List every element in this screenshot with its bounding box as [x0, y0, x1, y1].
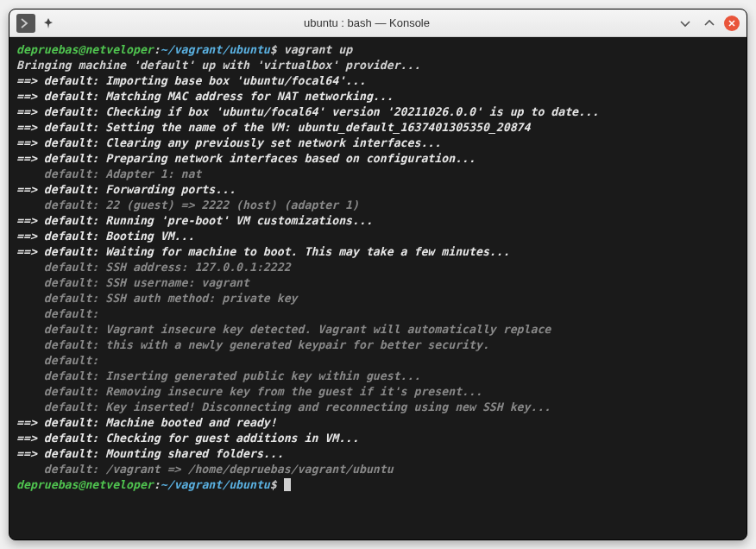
output-step: ==> default: Booting VM... — [16, 229, 740, 244]
prompt-separator: : — [154, 43, 161, 56]
minimize-button[interactable] — [676, 14, 695, 33]
output-sub: default: /vagrant => /home/depruebas/vag… — [16, 462, 740, 477]
pin-icon[interactable] — [39, 14, 58, 33]
prompt-path: ~/vagrant/ubuntu — [161, 43, 270, 56]
output-plain: Bringing machine 'default' up with 'virt… — [16, 58, 740, 73]
titlebar-left — [16, 14, 58, 33]
output-step: ==> default: Mounting shared folders... — [16, 446, 740, 462]
prompt-line: depruebas@netveloper:~/vagrant/ubuntu$ v… — [16, 42, 740, 58]
output-step: ==> default: Running 'pre-boot' VM custo… — [16, 213, 740, 229]
output-sub: default: Adapter 1: nat — [16, 167, 740, 182]
cursor — [284, 478, 291, 491]
output-step: ==> default: Preparing network interface… — [16, 151, 740, 167]
prompt-line-2: depruebas@netveloper:~/vagrant/ubuntu$ — [16, 477, 740, 493]
output-sub: default: SSH username: vagrant — [16, 275, 740, 291]
output-sub: default: — [16, 353, 740, 369]
prompt-symbol: $ — [270, 43, 277, 56]
output-sub: default: SSH address: 127.0.0.1:2222 — [16, 260, 740, 275]
output-sub: default: Removing insecure key from the … — [16, 384, 740, 400]
window-title: ubuntu : bash — Konsole — [58, 16, 676, 29]
output-sub: default: this with a newly generated key… — [16, 338, 740, 353]
titlebar-right — [676, 14, 740, 33]
output-sub: default: Inserting generated public key … — [16, 369, 740, 384]
konsole-window: ubuntu : bash — Konsole depruebas@netvel… — [9, 9, 747, 540]
output-sub: default: Vagrant insecure key detected. … — [16, 322, 740, 338]
output-step: ==> default: Forwarding ports... — [16, 182, 740, 198]
output-sub: default: 22 (guest) => 2222 (host) (adap… — [16, 198, 740, 213]
command-text: vagrant up — [284, 43, 352, 56]
prompt-symbol: $ — [270, 478, 277, 491]
prompt-separator: : — [154, 478, 161, 491]
close-button[interactable] — [724, 16, 740, 31]
prompt-user-host: depruebas@netveloper — [16, 478, 154, 491]
prompt-path: ~/vagrant/ubuntu — [161, 478, 270, 491]
terminal-output[interactable]: depruebas@netveloper:~/vagrant/ubuntu$ v… — [9, 37, 747, 540]
output-step: ==> default: Checking if box 'ubuntu/foc… — [16, 104, 740, 120]
output-step: ==> default: Matching MAC address for NA… — [16, 89, 740, 104]
output-step: ==> default: Clearing any previously set… — [16, 136, 740, 151]
output-step: ==> default: Machine booted and ready! — [16, 415, 740, 431]
output-sub: default: SSH auth method: private key — [16, 291, 740, 306]
output-step: ==> default: Checking for guest addition… — [16, 431, 740, 446]
output-sub: default: — [16, 306, 740, 322]
output-step: ==> default: Setting the name of the VM:… — [16, 120, 740, 136]
new-tab-icon[interactable] — [16, 14, 35, 33]
prompt-user-host: depruebas@netveloper — [16, 43, 154, 56]
output-sub: default: Key inserted! Disconnecting and… — [16, 400, 740, 415]
output-step: ==> default: Waiting for machine to boot… — [16, 244, 740, 260]
titlebar: ubuntu : bash — Konsole — [9, 9, 747, 37]
output-lines: Bringing machine 'default' up with 'virt… — [16, 58, 740, 477]
maximize-button[interactable] — [700, 14, 719, 33]
output-step: ==> default: Importing base box 'ubuntu/… — [16, 73, 740, 89]
